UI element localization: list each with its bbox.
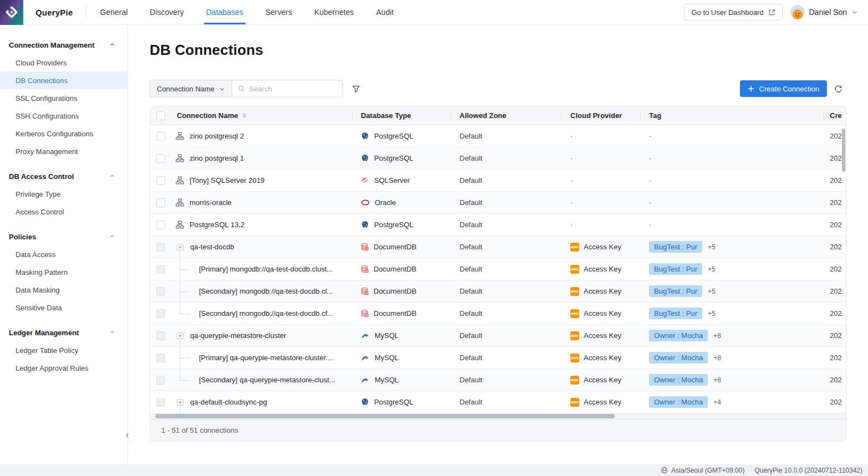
sidebar-section-header-ledger-management[interactable]: Ledger Management — [0, 324, 127, 341]
sort-icon[interactable] — [242, 113, 247, 118]
cloud-provider: Access Key — [584, 398, 621, 406]
allowed-zone: Default — [459, 243, 482, 251]
sidebar-item-kerberos-configurations[interactable]: Kerberos Configurations — [0, 125, 127, 142]
sidebar-item-masking-pattern[interactable]: Masking Pattern — [0, 263, 127, 281]
table-row[interactable]: [Tony] SQLServer 2019SQLServerDefault--2… — [150, 170, 846, 192]
database-type: MySQL — [375, 331, 399, 340]
table-row[interactable]: [Secondary] qa-querypie-metastore-clust.… — [150, 369, 846, 391]
tag-more-count[interactable]: +8 — [713, 354, 721, 362]
tag-badge[interactable]: BugTest : Pur — [649, 308, 702, 319]
table-row[interactable]: zino postgresql 2PostgreSQLDefault--202 — [150, 125, 846, 147]
tag-more-count[interactable]: +5 — [708, 310, 716, 318]
tag-badge[interactable]: Owner : Mocha — [649, 352, 708, 364]
column-header-connection-name[interactable]: Connection Name — [171, 106, 352, 125]
filter-row: Connection Name Create Connection — [150, 80, 846, 98]
select-all-checkbox[interactable] — [156, 111, 165, 120]
sidebar-item-db-connections[interactable]: DB Connections — [0, 71, 127, 89]
search-field-selector[interactable]: Connection Name — [150, 80, 232, 98]
nav-item-servers[interactable]: Servers — [265, 0, 292, 24]
aws-icon: aws — [570, 265, 579, 274]
sidebar-item-ledger-table-policy[interactable]: Ledger Table Policy — [0, 341, 127, 359]
nav-item-kubernetes[interactable]: Kubernetes — [314, 0, 354, 24]
database-type: MySQL — [375, 354, 399, 362]
table-row[interactable]: qa-querypie-metastore-clusterMySQLDefaul… — [150, 325, 846, 347]
table-row[interactable]: PostgreSQL 13.2PostgreSQLDefault--202 — [150, 214, 846, 236]
sidebar-item-data-masking[interactable]: Data Masking — [0, 281, 127, 299]
tag-more-count[interactable]: +5 — [708, 243, 716, 251]
connection-name[interactable]: qa-querypie-metastore-cluster — [190, 331, 286, 340]
horizontal-scrollbar[interactable] — [151, 413, 845, 419]
sidebar-section-header-connection-management[interactable]: Connection Management — [0, 36, 127, 54]
connection-name[interactable]: [Primary] mongodb://qa-test-docdb.clust.… — [199, 265, 333, 273]
row-checkbox[interactable] — [156, 198, 165, 207]
row-checkbox[interactable] — [156, 154, 165, 163]
sidebar-collapse-button[interactable] — [120, 428, 135, 443]
connection-name[interactable]: [Secondary] mongodb://qa-test-docdb.cl..… — [199, 287, 333, 295]
create-connection-button[interactable]: Create Connection — [740, 80, 827, 97]
expand-icon[interactable] — [177, 399, 183, 406]
created-at: 202 — [830, 331, 842, 340]
connection-name[interactable]: qa-default-cloudsync-pg — [190, 398, 267, 406]
row-checkbox[interactable] — [156, 221, 165, 229]
tag-badge[interactable]: Owner : Mocha — [649, 396, 708, 408]
table-row[interactable]: qa-test-docdbDocumentDBDefaultawsAccess … — [150, 236, 846, 258]
sidebar-section-header-policies[interactable]: Policies — [0, 228, 127, 245]
sidebar-item-data-access[interactable]: Data Access — [0, 245, 127, 263]
tag-more-count[interactable]: +8 — [713, 332, 721, 340]
tag-badge[interactable]: BugTest : Pur — [649, 241, 702, 253]
table-row[interactable]: [Primary] qa-querypie-metastore-cluster.… — [150, 347, 846, 369]
connection-name[interactable]: morris-oracle — [190, 198, 232, 207]
expand-icon[interactable] — [177, 332, 183, 339]
horizontal-scrollbar-thumb[interactable] — [155, 414, 615, 418]
tag-badge[interactable]: Owner : Mocha — [649, 330, 708, 341]
sidebar-item-sensitive-data[interactable]: Sensitive Data — [0, 299, 127, 316]
nav-item-audit[interactable]: Audit — [376, 0, 394, 24]
tag-more-count[interactable]: +8 — [713, 376, 721, 384]
table-row[interactable]: [Secondary] mongodb://qa-test-docdb.cl..… — [150, 280, 846, 303]
table-row[interactable]: [Secondary] mongodb://qa-test-docdb.cf..… — [150, 303, 846, 325]
go-to-user-dashboard-button[interactable]: Go to User Dashboard — [684, 4, 782, 21]
dashboard-button-label: Go to User Dashboard — [691, 8, 763, 17]
sidebar-item-ssh-configurations[interactable]: SSH Configurations — [0, 107, 127, 125]
nav-item-discovery[interactable]: Discovery — [150, 0, 183, 24]
row-checkbox — [156, 354, 165, 362]
filter-button[interactable] — [347, 80, 365, 98]
avatar — [790, 5, 805, 19]
connection-name[interactable]: [Secondary] mongodb://qa-test-docdb.cf..… — [199, 309, 333, 318]
connection-name[interactable]: [Primary] qa-querypie-metastore-cluster.… — [199, 354, 334, 362]
sidebar-item-cloud-providers[interactable]: Cloud Providers — [0, 54, 127, 71]
tag-more-count[interactable]: +5 — [708, 288, 716, 295]
row-checkbox[interactable] — [156, 132, 165, 141]
connection-name[interactable]: [Tony] SQLServer 2019 — [190, 176, 264, 185]
connection-name[interactable]: zino postgresql 2 — [190, 132, 244, 140]
tag-more-count[interactable]: +4 — [713, 398, 721, 406]
tag-more-count[interactable]: +5 — [708, 265, 716, 273]
search-input[interactable] — [249, 85, 337, 93]
connection-name[interactable]: qa-test-docdb — [190, 243, 234, 251]
user-menu[interactable]: Daniel Son — [790, 5, 859, 19]
refresh-button[interactable] — [830, 80, 846, 97]
querypie-logo-icon[interactable] — [0, 0, 23, 25]
table-row[interactable]: qa-default-cloudsync-pgPostgreSQLDefault… — [150, 391, 846, 413]
cloud-provider: Access Key — [584, 243, 621, 251]
connection-name[interactable]: zino postgresql 1 — [190, 154, 244, 162]
sidebar-item-access-control[interactable]: Access Control — [0, 203, 127, 221]
tag-badge[interactable]: BugTest : Pur — [649, 263, 702, 275]
expand-icon[interactable] — [177, 244, 183, 250]
tag-badge[interactable]: Owner : Mocha — [649, 374, 708, 386]
sidebar-item-ledger-approval-rules[interactable]: Ledger Approval Rules — [0, 359, 127, 377]
nav-item-databases[interactable]: Databases — [206, 0, 243, 24]
table-row[interactable]: zino postgresql 1PostgreSQLDefault--202 — [150, 147, 846, 170]
vertical-scrollbar-thumb[interactable] — [842, 129, 845, 172]
sidebar-section-header-db-access-control[interactable]: DB Access Control — [0, 167, 127, 185]
sidebar-item-proxy-management[interactable]: Proxy Management — [0, 142, 127, 160]
nav-item-general[interactable]: General — [100, 0, 127, 24]
connection-name[interactable]: [Secondary] qa-querypie-metastore-clust.… — [199, 376, 335, 384]
sidebar-item-privilege-type[interactable]: Privilege Type — [0, 185, 127, 203]
table-row[interactable]: [Primary] mongodb://qa-test-docdb.clust.… — [150, 258, 846, 280]
table-row[interactable]: morris-oracleOracleDefault--202 — [150, 192, 846, 214]
connection-name[interactable]: PostgreSQL 13.2 — [190, 221, 244, 229]
tag-badge[interactable]: BugTest : Pur — [649, 285, 702, 297]
sidebar-item-ssl-configurations[interactable]: SSL Configurations — [0, 89, 127, 107]
row-checkbox[interactable] — [156, 176, 165, 185]
